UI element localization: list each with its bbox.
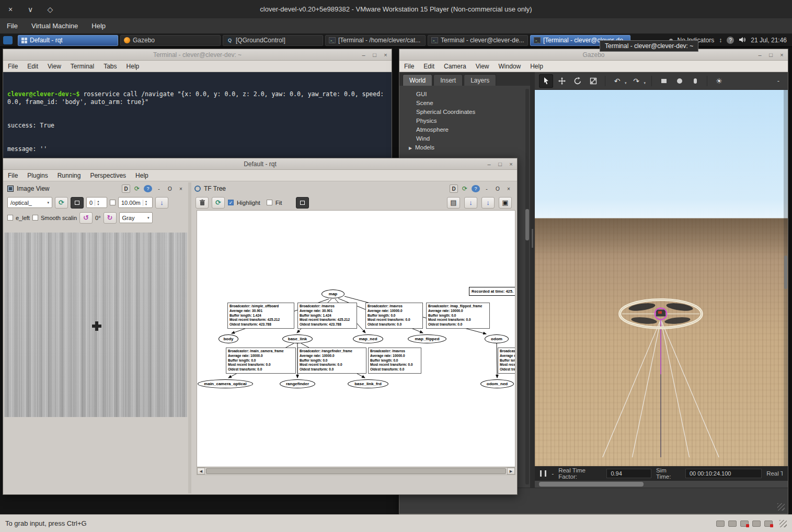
toolbar-overflow-icon[interactable]: - [773, 77, 784, 85]
tree-item-spherical-coordinates[interactable]: Spherical Coordinates [399, 108, 530, 117]
step-button[interactable]: - [552, 470, 554, 477]
harddisk-icon[interactable] [716, 521, 725, 527]
taskbar-item-rqt[interactable]: Default - rqt [18, 35, 118, 46]
usb-icon[interactable] [752, 521, 761, 527]
open-dot-button[interactable]: ▤ [447, 197, 460, 209]
tf-canvas-hscrollbar[interactable]: ◀ ▶ [197, 467, 515, 475]
redo-dropdown-icon[interactable]: ▾ [644, 81, 646, 85]
smooth-scaling-checkbox[interactable] [32, 215, 38, 221]
color-scheme-select[interactable]: Gray▾ [119, 212, 153, 223]
tree-item-models[interactable]: ▶Models [399, 143, 530, 152]
save-image-button[interactable]: ▣ [499, 197, 512, 209]
insert-cylinder-button[interactable] [688, 74, 702, 88]
tf-node-map[interactable]: map [322, 290, 345, 298]
tf-tree-canvas[interactable]: Recorded at time: 425. map Broadcaster: … [197, 210, 515, 467]
gazebo-3d-viewport[interactable] [535, 90, 788, 466]
menu-view[interactable]: View [43, 61, 66, 72]
snapshot-button[interactable] [296, 197, 309, 209]
menu-plugins[interactable]: Plugins [22, 170, 52, 181]
menu-file[interactable]: File [3, 61, 22, 72]
rqt-titlebar[interactable]: Default - rqt – □ × [3, 158, 517, 170]
panel-scrollbar[interactable] [525, 89, 529, 484]
maximize-button[interactable]: □ [371, 52, 378, 58]
menu-window[interactable]: Window [494, 61, 526, 72]
vmware-menu-help[interactable]: Help [85, 19, 112, 32]
topic-select[interactable]: /optical_▾ [7, 197, 52, 208]
tf-node-body[interactable]: body [219, 334, 238, 343]
rotate-tool-button[interactable] [570, 74, 584, 88]
tab-world[interactable]: World [403, 74, 432, 86]
tree-item-physics[interactable]: Physics [399, 117, 530, 125]
max-range-stepper[interactable]: 10.00m▲▼ [118, 197, 153, 208]
menu-terminal[interactable]: Terminal [66, 61, 99, 72]
tab-layers[interactable]: Layers [464, 74, 496, 86]
help-indicator-icon[interactable]: ? [727, 37, 734, 44]
dock-button[interactable]: D [122, 184, 130, 193]
taskbar-item-qgroundcontrol[interactable]: Q [QGroundControl] [223, 35, 323, 46]
select-tool-button[interactable] [539, 74, 553, 88]
spin-down-icon[interactable]: ▼ [145, 203, 147, 206]
close-dock-button[interactable]: × [177, 184, 185, 193]
tree-item-gui[interactable]: GUI [399, 90, 530, 99]
mouse-left-checkbox[interactable] [7, 215, 13, 221]
minimize-button[interactable]: – [360, 52, 367, 58]
menu-help[interactable]: Help [131, 170, 153, 181]
dock-button[interactable]: D [450, 184, 458, 193]
viewport-hscrollbar[interactable] [535, 481, 788, 488]
taskbar-item-gazebo[interactable]: Gazebo [120, 35, 221, 46]
volume-icon[interactable] [739, 37, 746, 44]
menu-file[interactable]: File [399, 61, 419, 72]
taskbar-item-terminal-1[interactable]: >_ [Terminal - /home/clever/cat... [325, 35, 426, 46]
scroll-left-icon[interactable]: ◀ [197, 468, 205, 475]
expand-arrow-icon[interactable]: ▶ [409, 144, 415, 153]
menu-running[interactable]: Running [53, 170, 86, 181]
scale-tool-button[interactable] [586, 74, 600, 88]
minimize-dock-button[interactable]: - [483, 184, 491, 193]
maximize-button[interactable]: □ [497, 161, 503, 167]
insert-sphere-button[interactable] [672, 74, 686, 88]
tf-node-rangefinder[interactable]: rangefinder [280, 379, 315, 388]
tf-node-base-link[interactable]: base_link [282, 334, 313, 343]
panel-splitter[interactable] [530, 72, 535, 488]
clear-buffer-button[interactable] [196, 197, 209, 209]
insert-light-button[interactable]: ☀ [712, 74, 726, 88]
tree-item-atmosphere[interactable]: Atmosphere [399, 125, 530, 134]
sound-icon[interactable] [764, 521, 773, 527]
cdrom-icon[interactable] [728, 521, 737, 527]
num-gridlines-stepper[interactable]: 0▲▼ [86, 197, 107, 208]
menu-edit[interactable]: Edit [22, 61, 43, 72]
rotate-right-button[interactable]: ↻ [104, 212, 117, 224]
undock-button[interactable]: O [166, 184, 174, 193]
undo-button[interactable]: ↶ [610, 74, 624, 88]
desktop-pager-icon[interactable] [3, 36, 13, 44]
menu-perspectives[interactable]: Perspectives [85, 170, 131, 181]
plugin-help-button[interactable]: ? [144, 185, 152, 192]
menu-camera[interactable]: Camera [439, 61, 471, 72]
taskbar-clock[interactable]: 21 Jul, 21:46 [751, 37, 787, 44]
save-svg-button[interactable]: ↓ [481, 197, 495, 209]
image-view-dock-header[interactable]: Image View D ⟳ ? - O × [4, 182, 188, 195]
menu-help[interactable]: Help [122, 61, 144, 72]
menu-help[interactable]: Help [525, 61, 548, 72]
translate-tool-button[interactable] [555, 74, 569, 88]
minimize-button[interactable]: – [486, 161, 492, 167]
reload-plugin-button[interactable]: ⟳ [133, 184, 141, 193]
taskbar-item-terminal-2[interactable]: >_ Terminal - clever@clever-de... [428, 35, 528, 46]
terminal-titlebar[interactable]: Terminal - clever@clever-dev: ~ – □ × [3, 49, 392, 61]
minimize-button[interactable]: – [756, 52, 763, 58]
plugin-help-button[interactable]: ? [472, 185, 480, 192]
dynamic-range-checkbox[interactable] [110, 200, 116, 205]
camera-image[interactable] [4, 233, 187, 417]
redo-button[interactable]: ↷ [629, 74, 644, 88]
network-traffic-icon[interactable]: ↕ [719, 37, 722, 44]
fit-checkbox[interactable] [267, 200, 272, 205]
vmware-menu-virtual-machine[interactable]: Virtual Machine [25, 19, 85, 32]
scroll-right-icon[interactable]: ▶ [507, 468, 515, 475]
tf-node-map-ned[interactable]: map_ned [353, 334, 383, 343]
tf-node-main-camera-optical[interactable]: main_camera_optical [198, 379, 253, 388]
menu-edit[interactable]: Edit [419, 61, 439, 72]
vmware-menu-file[interactable]: File [0, 19, 25, 32]
menu-file[interactable]: File [3, 170, 22, 181]
tf-node-base-link-frd[interactable]: base_link_frd [348, 379, 388, 388]
close-button[interactable]: × [382, 52, 389, 58]
